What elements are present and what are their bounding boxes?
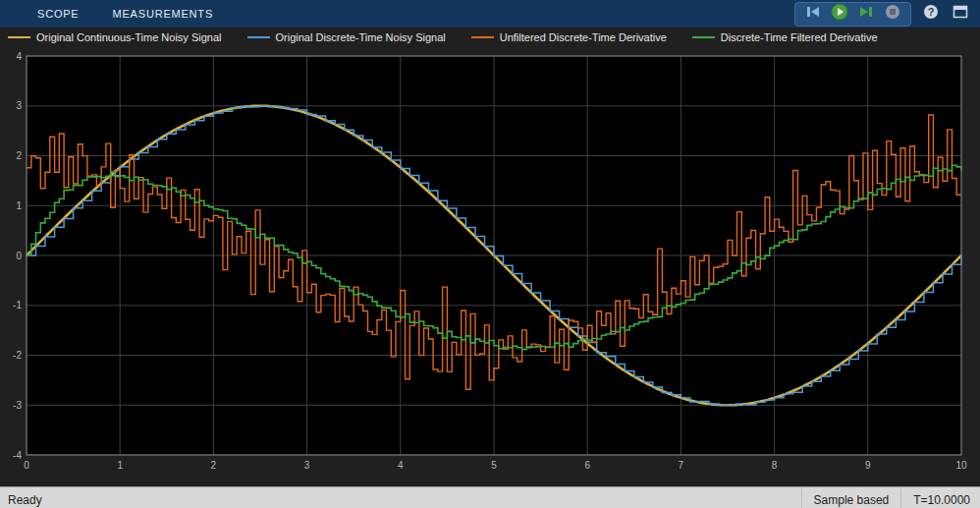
dock-button[interactable] xyxy=(951,5,970,24)
svg-text:-4: -4 xyxy=(13,450,22,461)
svg-text:0: 0 xyxy=(16,251,22,261)
x-tick-labels: 012345678910 xyxy=(24,460,967,471)
dock-icon xyxy=(953,5,968,23)
svg-text:5: 5 xyxy=(491,460,497,471)
status-right: Sample based T=10.0000 xyxy=(801,487,972,508)
svg-text:7: 7 xyxy=(679,460,684,471)
legend: Original Continuous-Time Noisy Signal Or… xyxy=(0,28,980,47)
stop-button[interactable] xyxy=(883,5,902,24)
svg-text:-2: -2 xyxy=(13,350,22,361)
legend-swatch-green xyxy=(692,36,715,38)
legend-item-discrete-noisy-signal[interactable]: Original Discrete-Time Noisy Signal xyxy=(247,31,446,43)
legend-label: Discrete-Time Filtered Derivative xyxy=(721,31,878,43)
step-forward-icon xyxy=(858,5,874,23)
svg-text:1: 1 xyxy=(16,200,22,211)
svg-text:3: 3 xyxy=(16,100,22,111)
status-sim-time: T=10.0000 xyxy=(900,487,972,508)
svg-text:10: 10 xyxy=(955,460,967,471)
simulation-button-group xyxy=(794,2,911,27)
legend-swatch-orange xyxy=(471,36,494,38)
status-sample-mode: Sample based xyxy=(801,487,901,508)
svg-text:9: 9 xyxy=(865,460,871,471)
step-back-button[interactable] xyxy=(803,5,823,24)
legend-item-filtered-derivative[interactable]: Discrete-Time Filtered Derivative xyxy=(692,31,878,43)
svg-text:4: 4 xyxy=(16,51,22,62)
tab-measurements[interactable]: MEASUREMENTS xyxy=(113,8,214,20)
scope-window: SCOPE MEASUREMENTS xyxy=(0,0,980,508)
help-icon: ? xyxy=(923,4,939,24)
svg-text:2: 2 xyxy=(211,460,217,471)
tab-scope[interactable]: SCOPE xyxy=(37,8,80,20)
scope-display[interactable]: 012345678910-4-3-2-101234 xyxy=(0,47,980,486)
svg-text:3: 3 xyxy=(304,460,310,471)
toolbar: SCOPE MEASUREMENTS xyxy=(0,0,980,28)
stop-icon xyxy=(885,4,900,24)
y-tick-labels: -4-3-2-101234 xyxy=(13,51,22,461)
step-back-icon xyxy=(805,5,821,23)
legend-label: Original Discrete-Time Noisy Signal xyxy=(276,31,446,43)
svg-text:8: 8 xyxy=(772,460,778,471)
svg-text:2: 2 xyxy=(16,150,22,161)
legend-swatch-blue xyxy=(247,36,270,38)
help-button[interactable]: ? xyxy=(921,5,941,24)
status-bar: Ready Sample based T=10.0000 xyxy=(0,486,980,508)
svg-text:4: 4 xyxy=(398,460,404,471)
scope-canvas[interactable]: 012345678910-4-3-2-101234 xyxy=(0,47,980,482)
svg-text:6: 6 xyxy=(584,460,590,471)
svg-text:-1: -1 xyxy=(13,300,22,310)
svg-text:0: 0 xyxy=(24,460,29,471)
legend-item-continuous-noisy-signal[interactable]: Original Continuous-Time Noisy Signal xyxy=(8,31,222,43)
legend-swatch-yellow xyxy=(8,36,30,38)
svg-text:-3: -3 xyxy=(13,400,22,411)
svg-text:1: 1 xyxy=(117,460,123,471)
svg-text:?: ? xyxy=(928,6,935,18)
step-forward-button[interactable] xyxy=(856,5,876,24)
toolbar-actions: ? xyxy=(794,2,980,27)
run-icon xyxy=(831,3,848,25)
legend-label: Unfiltered Discrete-Time Derivative xyxy=(500,31,667,43)
toolstrip-tabs: SCOPE MEASUREMENTS xyxy=(0,8,213,20)
legend-label: Original Continuous-Time Noisy Signal xyxy=(36,31,222,43)
legend-item-unfiltered-derivative[interactable]: Unfiltered Discrete-Time Derivative xyxy=(471,31,667,43)
run-button[interactable] xyxy=(830,5,849,24)
status-ready: Ready xyxy=(8,493,42,507)
